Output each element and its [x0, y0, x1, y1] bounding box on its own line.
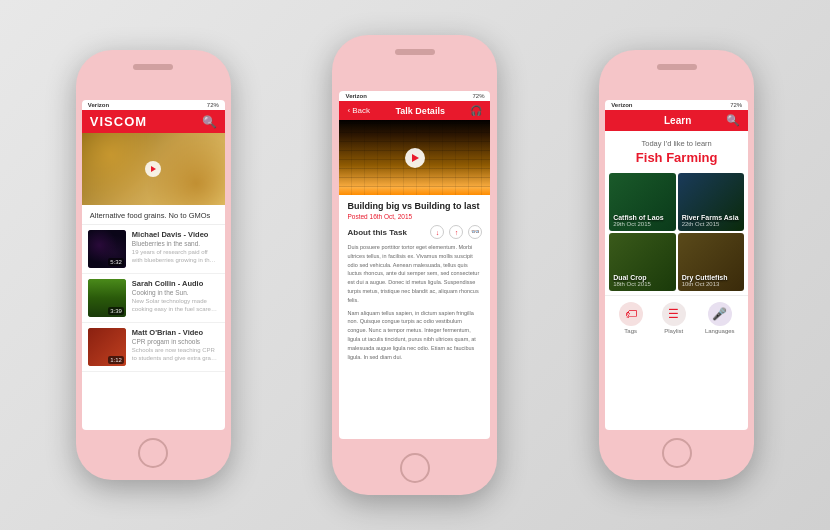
talk-main-title: Building big vs Building to last	[347, 201, 482, 211]
share-icon[interactable]: ↑	[449, 225, 463, 239]
learn-card-dry[interactable]: Dry Cuttlefish 10th Oct 2013	[678, 233, 745, 291]
status-bar-center: Verizon 72%	[339, 91, 490, 101]
back-label: Back	[352, 106, 370, 115]
card-label-river: River Farms Asia 22th Oct 2015	[682, 214, 741, 227]
play-icon-center	[412, 154, 419, 162]
learn-topic: Fish Farming	[609, 150, 744, 165]
card-label-dual: Dual Crop 18th Oct 2015	[613, 274, 672, 287]
media-list: 5:32 Michael Davis - Video Blueberries i…	[82, 225, 225, 372]
list-item[interactable]: 3:39 Sarah Collin - Audio Cooking in the…	[82, 274, 225, 323]
search-icon-right[interactable]: 🔍	[726, 114, 740, 127]
media-title-2: Sarah Collin - Audio	[132, 279, 219, 288]
learn-today: Today I'd like to learn Fish Farming	[605, 131, 748, 169]
card-title-dry: Dry Cuttlefish	[682, 274, 741, 281]
screen-left: Verizon 72% VISCOM 🔍 Alternative food gr…	[82, 100, 225, 430]
duration-3: 1:12	[108, 356, 124, 364]
card-label-dry: Dry Cuttlefish 10th Oct 2013	[682, 274, 741, 287]
talk-header: ‹ Back Talk Details 🎧	[339, 101, 490, 120]
viscom-header: VISCOM 🔍	[82, 110, 225, 133]
media-thumb-2: 3:39	[88, 279, 126, 317]
viscom-subtitle: Alternative food grains. No to GMOs	[82, 205, 225, 225]
battery-left: 72%	[207, 102, 219, 108]
learn-grid: Catfish of Laos 29th Oct 2015 River Farm…	[605, 169, 748, 295]
carrier-center: Verizon	[345, 93, 366, 99]
tab-languages[interactable]: 🎤 Languages	[705, 302, 735, 334]
card-title-catfish: Catfish of Laos	[613, 214, 672, 221]
tab-tags-label: Tags	[624, 328, 637, 334]
play-icon	[151, 166, 156, 172]
screen-right: Verizon 72% Learn 🔍 Today I'd like to le…	[605, 100, 748, 430]
tab-playlist[interactable]: ☰ Playlist	[662, 302, 686, 334]
talk-hero	[339, 120, 490, 195]
headphone-icon[interactable]: 🎧	[470, 105, 482, 116]
phone-notch-right	[657, 64, 697, 70]
learn-card-catfish[interactable]: Catfish of Laos 29th Oct 2015	[609, 173, 676, 231]
duration-2: 3:39	[108, 307, 124, 315]
status-bar-left: Verizon 72%	[82, 100, 225, 110]
learn-title: Learn	[664, 115, 691, 126]
list-item[interactable]: 1:12 Matt O'Brian - Video CPR progam in …	[82, 323, 225, 372]
talk-date: Posted 16th Oct, 2015	[347, 213, 482, 220]
viscom-logo: VISCOM	[90, 114, 147, 129]
carrier-left: Verizon	[88, 102, 109, 108]
learn-card-river[interactable]: River Farms Asia 22th Oct 2015	[678, 173, 745, 231]
list-item[interactable]: 5:32 Michael Davis - Video Blueberries i…	[82, 225, 225, 274]
media-info-1: Michael Davis - Video Blueberries in the…	[132, 230, 219, 265]
about-task-label: About this Task	[347, 228, 406, 237]
search-icon-left[interactable]: 🔍	[202, 115, 217, 129]
tags-icon: 🏷	[619, 302, 643, 326]
phone-notch-left	[133, 64, 173, 70]
media-thumb-3: 1:12	[88, 328, 126, 366]
tab-tags[interactable]: 🏷 Tags	[619, 302, 643, 334]
media-desc-2: New Solar technology made cooking easy i…	[132, 298, 219, 314]
talk-body: Building big vs Building to last Posted …	[339, 195, 490, 367]
media-info-3: Matt O'Brian - Video CPR progam in schoo…	[132, 328, 219, 363]
viscom-hero	[82, 133, 225, 205]
tab-languages-label: Languages	[705, 328, 735, 334]
card-title-dual: Dual Crop	[613, 274, 672, 281]
languages-icon: 🎤	[708, 302, 732, 326]
hero-play-button[interactable]	[145, 161, 161, 177]
learn-header: Learn 🔍	[605, 110, 748, 131]
screen-center: Verizon 72% ‹ Back Talk Details 🎧 Buildi…	[339, 91, 490, 439]
card-title-river: River Farms Asia	[682, 214, 741, 221]
phone-notch-center	[395, 49, 435, 55]
home-button-center[interactable]	[400, 453, 430, 483]
home-button-left[interactable]	[138, 438, 168, 468]
battery-right: 72%	[730, 102, 742, 108]
media-desc-3: Schools are now teaching CPR to students…	[132, 347, 219, 363]
glasses-icon[interactable]: 👓	[468, 225, 482, 239]
card-label-catfish: Catfish of Laos 29th Oct 2015	[613, 214, 672, 227]
home-button-right[interactable]	[662, 438, 692, 468]
media-subtitle-2: Cooking in the Sun.	[132, 289, 219, 296]
tab-playlist-label: Playlist	[664, 328, 683, 334]
play-button-center[interactable]	[405, 148, 425, 168]
card-date-river: 22th Oct 2015	[682, 221, 741, 227]
media-desc-1: 19 years of research paid off with blueb…	[132, 249, 219, 265]
task-desc-2: Nam aliquam tellus sapien, in dictum sap…	[347, 309, 482, 362]
media-title-3: Matt O'Brian - Video	[132, 328, 219, 337]
carrier-right: Verizon	[611, 102, 632, 108]
media-thumb-1: 5:32	[88, 230, 126, 268]
talk-title: Talk Details	[396, 106, 445, 116]
duration-1: 5:32	[108, 258, 124, 266]
card-date-dual: 18th Oct 2015	[613, 281, 672, 287]
media-subtitle-3: CPR progam in schools	[132, 338, 219, 345]
card-date-catfish: 29th Oct 2015	[613, 221, 672, 227]
learn-tabs: 🏷 Tags ☰ Playlist 🎤 Languages	[605, 295, 748, 338]
media-info-2: Sarah Collin - Audio Cooking in the Sun.…	[132, 279, 219, 314]
task-icons: ↓ ↑ 👓	[430, 225, 482, 239]
learn-card-dual[interactable]: Dual Crop 18th Oct 2015	[609, 233, 676, 291]
phone-right: Verizon 72% Learn 🔍 Today I'd like to le…	[599, 50, 754, 480]
back-arrow-icon: ‹	[347, 106, 350, 115]
download-icon[interactable]: ↓	[430, 225, 444, 239]
status-bar-right: Verizon 72%	[605, 100, 748, 110]
phone-left: Verizon 72% VISCOM 🔍 Alternative food gr…	[76, 50, 231, 480]
task-header: About this Task ↓ ↑ 👓	[347, 225, 482, 239]
learn-today-text: Today I'd like to learn	[609, 139, 744, 148]
back-button[interactable]: ‹ Back	[347, 106, 369, 115]
media-title-1: Michael Davis - Video	[132, 230, 219, 239]
card-date-dry: 10th Oct 2013	[682, 281, 741, 287]
task-desc-1: Duis posuere porttitor tortor eget eleme…	[347, 243, 482, 305]
battery-center: 72%	[472, 93, 484, 99]
